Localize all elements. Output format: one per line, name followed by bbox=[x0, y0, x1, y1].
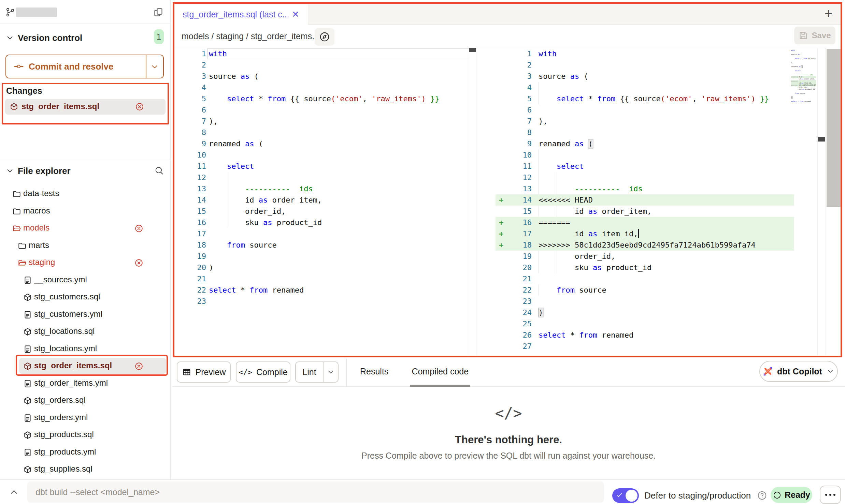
code-line-13[interactable]: 13 ---------- ids bbox=[174, 183, 469, 194]
commit-dropdown-icon[interactable] bbox=[150, 62, 159, 71]
new-tab-button[interactable]: + bbox=[825, 6, 832, 21]
tab-results[interactable]: Results bbox=[358, 358, 390, 387]
code-line-16[interactable]: 16 sku as product_id bbox=[174, 217, 469, 228]
version-control-collapse-icon[interactable] bbox=[5, 33, 14, 42]
code-line-25[interactable]: 25 bbox=[496, 318, 817, 329]
lint-dropdown-icon[interactable] bbox=[324, 368, 338, 376]
help-icon[interactable] bbox=[757, 490, 767, 501]
file-tree-item-__sources.yml[interactable]: __sources.yml bbox=[0, 271, 171, 289]
file-tree-item-stg_customers.yml[interactable]: stg_customers.yml bbox=[0, 306, 171, 323]
code-line-1[interactable]: 1with bbox=[174, 48, 469, 59]
code-line-1[interactable]: 1with bbox=[496, 48, 817, 59]
file-tree-item-stg_order_items.yml[interactable]: stg_order_items.yml bbox=[0, 375, 171, 392]
code-line-14[interactable]: 14 id as order_item, bbox=[174, 194, 469, 206]
code-line-11[interactable]: 11 select bbox=[496, 161, 817, 172]
file-tree-item-marts[interactable]: marts bbox=[0, 237, 171, 254]
more-options-button[interactable] bbox=[820, 486, 841, 504]
search-icon[interactable] bbox=[154, 166, 164, 175]
code-line-17[interactable]: 17 bbox=[174, 228, 469, 239]
file-tree-item-stg_orders.sql[interactable]: stg_orders.sql bbox=[0, 392, 171, 409]
file-tree-item-data-tests[interactable]: data-tests bbox=[0, 185, 171, 203]
code-line-15[interactable]: 15 id as order_item, bbox=[496, 206, 817, 217]
file-tree-item-models[interactable]: models bbox=[0, 220, 171, 237]
file-tree-item-stg_locations.yml[interactable]: stg_locations.yml bbox=[0, 340, 171, 358]
left-pane-scrollbar[interactable] bbox=[469, 48, 476, 356]
code-line-23[interactable]: 23 bbox=[496, 296, 817, 307]
code-line-27[interactable]: 27 bbox=[496, 341, 817, 352]
code-line-5[interactable]: 5 select * from {{ source('ecom', 'raw_i… bbox=[496, 93, 817, 104]
expand-panel-icon[interactable] bbox=[9, 487, 19, 497]
file-tree-item-macros[interactable]: macros bbox=[0, 203, 171, 220]
left-pane-scrollbar-thumb[interactable] bbox=[469, 48, 476, 52]
lint-label[interactable]: Lint bbox=[296, 367, 323, 377]
file-explorer-heading[interactable]: File explorer bbox=[18, 166, 71, 176]
code-line-9[interactable]: 9renamed as ( bbox=[496, 138, 817, 149]
lineage-icon[interactable] bbox=[315, 28, 334, 46]
discard-change-icon[interactable] bbox=[134, 224, 143, 233]
code-line-10[interactable]: 10 bbox=[174, 149, 469, 161]
code-line-8[interactable]: 8 bbox=[174, 127, 469, 138]
code-line-19[interactable]: 19 bbox=[174, 251, 469, 262]
code-line-24[interactable]: 24) bbox=[496, 307, 817, 318]
tab-close-icon[interactable]: ✕ bbox=[292, 9, 299, 20]
code-line-22[interactable]: 22select * from renamed bbox=[174, 284, 469, 296]
minimap[interactable]: with source as ( select * from {{ source… bbox=[791, 49, 816, 106]
code-line-6[interactable]: 6 bbox=[174, 104, 469, 116]
code-line-18[interactable]: 18 from source bbox=[174, 239, 469, 251]
code-line-14[interactable]: +14<<<<<<< HEAD bbox=[496, 194, 817, 206]
git-branch-icon[interactable] bbox=[5, 8, 15, 17]
file-explorer-collapse-icon[interactable] bbox=[5, 166, 14, 175]
discard-change-icon[interactable] bbox=[135, 102, 144, 111]
code-line-19[interactable]: 19 order_id, bbox=[496, 251, 817, 262]
file-tree-item-stg_locations.sql[interactable]: stg_locations.sql bbox=[0, 323, 171, 340]
code-line-6[interactable]: 6 bbox=[496, 104, 817, 116]
code-line-2[interactable]: 2 bbox=[496, 59, 817, 71]
code-line-21[interactable]: 21 bbox=[174, 273, 469, 284]
code-line-4[interactable]: 4 bbox=[174, 82, 469, 93]
changed-file-row[interactable]: stg_order_items.sql bbox=[5, 99, 166, 115]
code-line-16[interactable]: +16======= bbox=[496, 217, 817, 228]
file-tree-item-stg_products.yml[interactable]: stg_products.yml bbox=[0, 444, 171, 461]
code-line-15[interactable]: 15 order_id, bbox=[174, 206, 469, 217]
file-tree-item-staging[interactable]: staging bbox=[0, 254, 171, 271]
right-pane-scrollbar[interactable] bbox=[817, 48, 826, 356]
command-input[interactable]: dbt build --select <model_name> bbox=[27, 481, 604, 503]
code-line-12[interactable]: 12 bbox=[496, 172, 817, 183]
file-tree-item-stg_orders.yml[interactable]: stg_orders.yml bbox=[0, 409, 171, 427]
editor-pane-left[interactable]: 1with23source as (45 select * from {{ so… bbox=[174, 48, 469, 307]
code-line-3[interactable]: 3source as ( bbox=[496, 71, 817, 82]
code-line-2[interactable]: 2 bbox=[174, 59, 469, 71]
compile-button[interactable]: </> Compile bbox=[236, 361, 290, 383]
lint-split-button[interactable]: Lint bbox=[295, 361, 339, 383]
code-line-4[interactable]: 4 bbox=[496, 82, 817, 93]
code-line-13[interactable]: 13 ---------- ids bbox=[496, 183, 817, 194]
code-line-10[interactable]: 10 bbox=[496, 149, 817, 161]
code-line-7[interactable]: 7), bbox=[174, 116, 469, 127]
code-line-8[interactable]: 8 bbox=[496, 127, 817, 138]
code-line-12[interactable]: 12 bbox=[174, 172, 469, 183]
editor-pane-right[interactable]: 1with23source as (45 select * from {{ so… bbox=[496, 48, 817, 352]
code-line-18[interactable]: +18>>>>>>> 58c1dd23d5eebd9cd2495fa7124ab… bbox=[496, 239, 817, 251]
defer-toggle[interactable] bbox=[612, 488, 639, 503]
discard-change-icon[interactable] bbox=[134, 258, 143, 267]
save-button[interactable]: Save bbox=[794, 27, 835, 44]
code-line-3[interactable]: 3source as ( bbox=[174, 71, 469, 82]
file-tree-item-stg_products.sql[interactable]: stg_products.sql bbox=[0, 426, 171, 444]
discard-change-icon[interactable] bbox=[134, 362, 143, 371]
code-line-21[interactable]: 21 bbox=[496, 273, 817, 284]
tab-stg-order-items[interactable]: stg_order_items.sql (last c... ✕ bbox=[174, 4, 308, 25]
preview-button[interactable]: Preview bbox=[177, 361, 231, 383]
version-control-heading[interactable]: Version control bbox=[18, 33, 82, 43]
code-line-7[interactable]: 7), bbox=[496, 116, 817, 127]
commit-and-resolve-button[interactable]: Commit and resolve bbox=[5, 55, 164, 78]
code-line-22[interactable]: 22 from source bbox=[496, 284, 817, 296]
tab-compiled-code[interactable]: Compiled code bbox=[410, 358, 470, 387]
dbt-copilot-button[interactable]: dbt Copilot bbox=[759, 361, 838, 382]
code-line-17[interactable]: +17 id as item_id, bbox=[496, 228, 817, 239]
code-line-11[interactable]: 11 select bbox=[174, 161, 469, 172]
file-tree-item-stg_order_items.sql[interactable]: stg_order_items.sql bbox=[0, 357, 171, 375]
copy-icon[interactable] bbox=[154, 8, 163, 17]
code-line-5[interactable]: 5 select * from {{ source('ecom', 'raw_i… bbox=[174, 93, 469, 104]
outer-scrollbar-thumb[interactable] bbox=[827, 49, 841, 207]
code-line-20[interactable]: 20) bbox=[174, 262, 469, 273]
